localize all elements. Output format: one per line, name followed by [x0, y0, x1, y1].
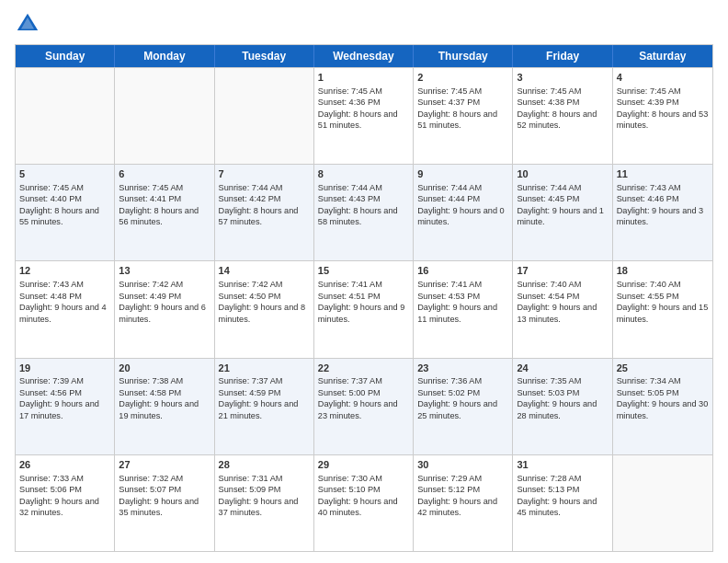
day-info-line-2: Daylight: 9 hours [318, 497, 381, 506]
day-info-line-1: Sunset: 4:53 PM [417, 292, 480, 301]
day-info-line-0: Sunrise: 7:37 AM [219, 376, 283, 385]
calendar-cell-1-6: 11Sunrise: 7:43 AM Sunset: 4:46 PM Dayli… [613, 165, 712, 260]
day-number: 8 [318, 167, 409, 181]
day-info-line-2: Daylight: 9 hours [19, 303, 83, 312]
day-info-line-1: Sunset: 4:42 PM [219, 194, 281, 203]
day-number: 5 [19, 167, 110, 181]
day-info-line-1: Sunset: 5:00 PM [318, 388, 381, 397]
day-info-line-2: Daylight: 9 hours [517, 206, 580, 215]
day-info-line-0: Sunrise: 7:39 AM [19, 376, 84, 385]
day-info-line-1: Sunset: 4:44 PM [417, 194, 480, 203]
day-info-line-1: Sunset: 5:02 PM [417, 388, 480, 397]
day-number: 21 [219, 362, 310, 375]
calendar-cell-2-3: 15Sunrise: 7:41 AM Sunset: 4:51 PM Dayli… [314, 261, 414, 357]
day-info-line-1: Sunset: 4:36 PM [318, 98, 381, 107]
day-number: 29 [318, 458, 409, 472]
day-info-line-1: Sunset: 4:56 PM [19, 388, 82, 397]
day-number: 12 [19, 264, 110, 278]
day-number: 6 [119, 167, 210, 181]
day-info-line-2: Daylight: 9 hours [617, 303, 680, 312]
calendar-cell-1-0: 5Sunrise: 7:45 AM Sunset: 4:40 PM Daylig… [16, 165, 115, 260]
day-info-line-1: Sunset: 4:40 PM [19, 194, 82, 203]
day-info-line-2: Daylight: 9 hours [119, 399, 182, 408]
day-number: 10 [517, 167, 608, 181]
day-info-line-1: Sunset: 5:07 PM [119, 485, 181, 494]
calendar-cell-3-6: 25Sunrise: 7:34 AM Sunset: 5:05 PM Dayli… [613, 359, 712, 454]
calendar-cell-4-4: 30Sunrise: 7:29 AM Sunset: 5:12 PM Dayli… [414, 455, 513, 551]
day-info-line-0: Sunrise: 7:36 AM [417, 376, 482, 385]
calendar-cell-3-4: 23Sunrise: 7:36 AM Sunset: 5:02 PM Dayli… [414, 359, 513, 454]
day-info-line-0: Sunrise: 7:45 AM [19, 183, 84, 192]
calendar-row-1: 5Sunrise: 7:45 AM Sunset: 4:40 PM Daylig… [16, 164, 712, 260]
day-info-line-1: Sunset: 5:05 PM [617, 388, 679, 397]
day-number: 19 [19, 362, 110, 375]
day-number: 28 [219, 458, 310, 472]
calendar-cell-3-2: 21Sunrise: 7:37 AM Sunset: 4:59 PM Dayli… [215, 359, 314, 454]
day-number: 15 [318, 264, 409, 278]
logo [15, 11, 46, 37]
day-info-line-0: Sunrise: 7:32 AM [119, 474, 183, 483]
day-info-line-2: Daylight: 9 hours [19, 399, 83, 408]
day-info-line-0: Sunrise: 7:30 AM [318, 474, 382, 483]
day-info-line-1: Sunset: 5:12 PM [417, 485, 480, 494]
day-info-line-0: Sunrise: 7:44 AM [219, 183, 283, 192]
calendar-cell-2-0: 12Sunrise: 7:43 AM Sunset: 4:48 PM Dayli… [16, 261, 115, 357]
day-info-line-2: Daylight: 9 hours [417, 399, 481, 408]
day-info-line-2: Daylight: 9 hours [318, 303, 381, 312]
day-info-line-2: Daylight: 8 hours [318, 206, 381, 215]
day-info-line-2: Daylight: 8 hours [318, 109, 381, 119]
header-day-tuesday: Tuesday [215, 45, 314, 67]
calendar-row-3: 19Sunrise: 7:39 AM Sunset: 4:56 PM Dayli… [16, 358, 712, 454]
day-info-line-0: Sunrise: 7:40 AM [517, 280, 581, 289]
day-info-line-2: Daylight: 9 hours [617, 399, 680, 408]
page: SundayMondayTuesdayWednesdayThursdayFrid… [0, 0, 728, 563]
day-info-line-1: Sunset: 4:50 PM [219, 292, 281, 301]
day-info-line-1: Sunset: 4:46 PM [617, 194, 679, 203]
day-info-line-0: Sunrise: 7:42 AM [119, 280, 183, 289]
day-number: 22 [318, 362, 409, 375]
day-info-line-1: Sunset: 4:39 PM [617, 98, 679, 107]
day-info-line-2: Daylight: 8 hours [417, 109, 481, 119]
header-day-thursday: Thursday [414, 45, 513, 67]
day-info-line-0: Sunrise: 7:28 AM [517, 474, 581, 483]
day-info-line-2: Daylight: 9 hours [517, 399, 580, 408]
day-number: 27 [119, 458, 210, 472]
day-info-line-0: Sunrise: 7:37 AM [318, 376, 382, 385]
day-info-line-1: Sunset: 4:49 PM [119, 292, 181, 301]
header-day-sunday: Sunday [16, 45, 115, 67]
day-info-line-2: Daylight: 8 hours [219, 206, 282, 215]
calendar-cell-4-3: 29Sunrise: 7:30 AM Sunset: 5:10 PM Dayli… [314, 455, 414, 551]
header-day-monday: Monday [115, 45, 214, 67]
calendar-cell-4-0: 26Sunrise: 7:33 AM Sunset: 5:06 PM Dayli… [16, 455, 115, 551]
day-info-line-0: Sunrise: 7:31 AM [219, 474, 283, 483]
day-number: 18 [617, 264, 709, 278]
calendar-cell-1-2: 7Sunrise: 7:44 AM Sunset: 4:42 PM Daylig… [215, 165, 314, 260]
calendar-header: SundayMondayTuesdayWednesdayThursdayFrid… [16, 45, 712, 67]
day-info-line-2: Daylight: 9 hours [417, 497, 481, 506]
calendar-cell-0-2 [215, 68, 314, 164]
day-info-line-2: Daylight: 8 hours [19, 206, 83, 215]
calendar-cell-1-5: 10Sunrise: 7:44 AM Sunset: 4:45 PM Dayli… [513, 165, 612, 260]
day-info-line-0: Sunrise: 7:43 AM [617, 183, 681, 192]
day-info-line-1: Sunset: 4:45 PM [517, 194, 579, 203]
calendar-cell-3-3: 22Sunrise: 7:37 AM Sunset: 5:00 PM Dayli… [314, 359, 414, 454]
day-info-line-1: Sunset: 4:58 PM [119, 388, 181, 397]
day-info-line-0: Sunrise: 7:44 AM [318, 183, 382, 192]
day-number: 7 [219, 167, 310, 181]
calendar-row-0: 1Sunrise: 7:45 AM Sunset: 4:36 PM Daylig… [16, 67, 712, 164]
day-number: 1 [318, 71, 409, 85]
day-info-line-0: Sunrise: 7:44 AM [517, 183, 581, 192]
day-info-line-1: Sunset: 4:48 PM [19, 292, 82, 301]
day-info-line-1: Sunset: 4:51 PM [318, 292, 381, 301]
day-info-line-0: Sunrise: 7:45 AM [517, 86, 581, 96]
day-info-line-1: Sunset: 5:10 PM [318, 485, 381, 494]
day-info-line-1: Sunset: 4:41 PM [119, 194, 181, 203]
day-number: 26 [19, 458, 110, 472]
day-info-line-0: Sunrise: 7:34 AM [617, 376, 681, 385]
calendar-cell-4-6 [613, 455, 712, 551]
calendar-cell-1-3: 8Sunrise: 7:44 AM Sunset: 4:43 PM Daylig… [314, 165, 414, 260]
day-number: 2 [417, 71, 508, 85]
day-info-line-0: Sunrise: 7:45 AM [417, 86, 482, 96]
day-number: 3 [517, 71, 608, 85]
calendar-cell-1-4: 9Sunrise: 7:44 AM Sunset: 4:44 PM Daylig… [414, 165, 513, 260]
